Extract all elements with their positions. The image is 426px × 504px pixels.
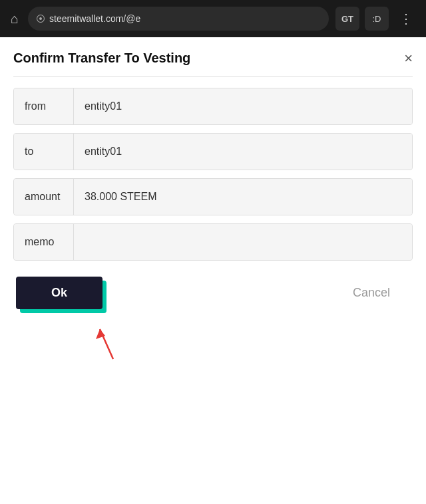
to-row: to entity01 bbox=[13, 133, 413, 170]
memo-label: memo bbox=[14, 224, 74, 260]
modal-header: Confirm Transfer To Vesting × bbox=[13, 51, 413, 77]
amount-value: 38.000 STEEM bbox=[74, 179, 412, 215]
security-icon: ⦿ bbox=[36, 13, 45, 24]
to-label: to bbox=[14, 134, 74, 170]
address-text: steemitwallet.com/@e bbox=[49, 13, 140, 24]
arrow-area bbox=[13, 309, 413, 362]
page-content: Confirm Transfer To Vesting × from entit… bbox=[0, 37, 426, 504]
translate-button[interactable]: GT bbox=[335, 7, 359, 31]
memo-row: memo bbox=[13, 223, 413, 261]
tab-button[interactable]: :D bbox=[365, 7, 389, 31]
from-row: from entity01 bbox=[13, 88, 413, 125]
amount-row: amount 38.000 STEEM bbox=[13, 178, 413, 215]
amount-label: amount bbox=[14, 179, 74, 215]
cancel-button[interactable]: Cancel bbox=[333, 277, 410, 309]
from-value: entity01 bbox=[74, 88, 412, 124]
address-bar[interactable]: ⦿ steemitwallet.com/@e bbox=[28, 7, 329, 31]
home-icon[interactable]: ⌂ bbox=[8, 9, 21, 29]
confirm-transfer-modal: Confirm Transfer To Vesting × from entit… bbox=[0, 37, 426, 382]
memo-value bbox=[74, 224, 412, 260]
browser-chrome: ⌂ ⦿ steemitwallet.com/@e GT :D ⋮ bbox=[0, 0, 426, 37]
browser-actions: GT :D ⋮ bbox=[335, 7, 418, 31]
cursor-arrow-icon bbox=[93, 316, 133, 362]
ok-button-wrap: Ok bbox=[16, 277, 103, 309]
translate-icon: GT bbox=[341, 14, 353, 24]
close-button[interactable]: × bbox=[404, 51, 413, 66]
modal-title: Confirm Transfer To Vesting bbox=[13, 51, 190, 66]
button-area: Ok Cancel bbox=[13, 277, 413, 309]
to-value: entity01 bbox=[74, 134, 412, 170]
tab-icon: :D bbox=[373, 14, 381, 24]
ok-button[interactable]: Ok bbox=[16, 277, 103, 309]
more-options-icon[interactable]: ⋮ bbox=[394, 8, 418, 29]
from-label: from bbox=[14, 88, 74, 124]
